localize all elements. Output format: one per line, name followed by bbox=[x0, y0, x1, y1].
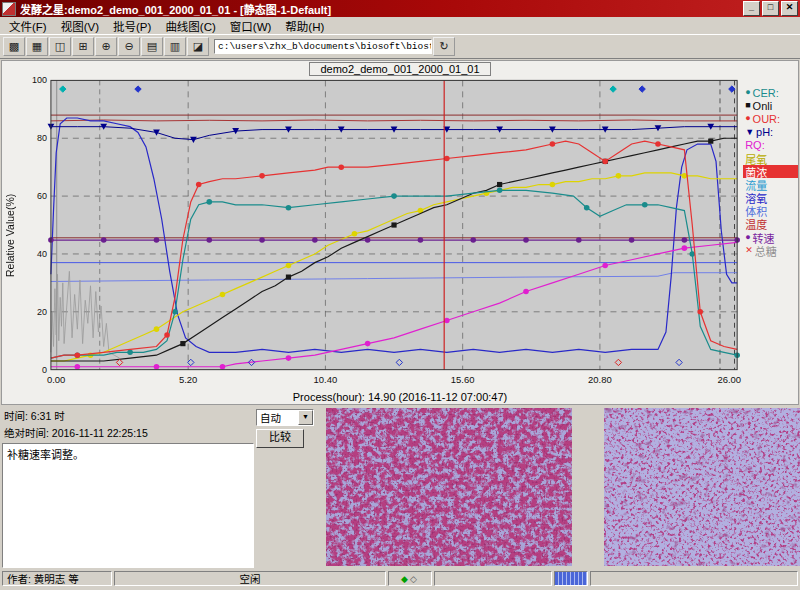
toolbar: ▩▦◫⊞⊕⊖▤▥◪ c:\users\zhx_b\documents\bioso… bbox=[0, 35, 800, 59]
app-icon bbox=[2, 2, 16, 16]
maximize-button[interactable]: □ bbox=[762, 1, 779, 16]
image-gap bbox=[572, 407, 604, 570]
svg-text:5.20: 5.20 bbox=[179, 374, 197, 385]
legend-label: RQ: bbox=[745, 139, 765, 151]
sample-time: 时间: 6:31 时 bbox=[0, 407, 256, 424]
status-bar: 作者: 黄明志 等 空闲 ◆◇ bbox=[0, 570, 800, 587]
menubar: 文件(F)视图(V)批号(P)曲线图(C)窗口(W)帮助(H) bbox=[0, 17, 800, 35]
menu-item-0[interactable]: 文件(F) bbox=[2, 17, 54, 35]
legend-marker-icon: ● bbox=[745, 88, 750, 97]
svg-text:20: 20 bbox=[37, 307, 47, 317]
absolute-time: 绝对时间: 2016-11-11 22:25:15 bbox=[0, 424, 256, 441]
svg-text:80: 80 bbox=[37, 133, 47, 143]
svg-text:40: 40 bbox=[37, 249, 47, 259]
svg-text:60: 60 bbox=[37, 191, 47, 201]
mode-select-value: 自动 bbox=[257, 410, 298, 425]
svg-text:100: 100 bbox=[32, 76, 47, 85]
svg-text:0.00: 0.00 bbox=[47, 374, 65, 385]
svg-text:26.00: 26.00 bbox=[717, 374, 741, 385]
y-axis-label: Relative Value(%) bbox=[2, 76, 17, 394]
zoom-out-button[interactable]: ⊖ bbox=[118, 37, 140, 56]
sample-info-panel: 时间: 6:31 时 绝对时间: 2016-11-11 22:25:15 补糖速… bbox=[0, 407, 256, 570]
toolbar-buttons: ▩▦◫⊞⊕⊖▤▥◪ bbox=[3, 37, 209, 56]
chart-title: demo2_demo_001_2000_01_01 bbox=[309, 62, 490, 76]
microscopy-image-1 bbox=[326, 408, 572, 566]
statusbar-tail bbox=[590, 571, 798, 586]
zoom-in-button[interactable]: ⊕ bbox=[95, 37, 117, 56]
microscopy-image-2 bbox=[604, 408, 800, 566]
chart-canvas[interactable]: 0204060801000.005.2010.4015.6020.8026.00 bbox=[17, 76, 743, 394]
statusbar-icons: ◆◇ bbox=[388, 571, 432, 586]
menu-item-5[interactable]: 帮助(H) bbox=[278, 17, 331, 35]
remark-textbox[interactable]: 补糖速率调整。 bbox=[2, 443, 254, 568]
legend-marker-icon: ■ bbox=[745, 101, 750, 110]
legend-marker-icon: ● bbox=[745, 114, 750, 123]
svg-text:20.80: 20.80 bbox=[588, 374, 612, 385]
legend-marker-icon: ✕ bbox=[745, 246, 753, 255]
bottom-panel: 时间: 6:31 时 绝对时间: 2016-11-11 22:25:15 补糖速… bbox=[0, 405, 800, 570]
image-controls: 自动 ▼ 比较 bbox=[256, 407, 326, 570]
legend-marker-icon: ▼ bbox=[745, 128, 754, 137]
legend-item-1[interactable]: ■Onli bbox=[743, 99, 798, 112]
legend-label: pH: bbox=[756, 126, 773, 138]
chevron-down-icon[interactable]: ▼ bbox=[298, 410, 313, 425]
report-button[interactable]: ▤ bbox=[141, 37, 163, 56]
scroll-grip[interactable] bbox=[554, 571, 588, 586]
close-button[interactable]: ✕ bbox=[781, 1, 798, 16]
menu-item-4[interactable]: 窗口(W) bbox=[223, 17, 279, 35]
legend-item-3[interactable]: ▼pH: bbox=[743, 126, 798, 139]
barcode-button[interactable]: ▥ bbox=[164, 37, 186, 56]
mode-select[interactable]: 自动 ▼ bbox=[256, 409, 314, 426]
legend-label: CER: bbox=[753, 87, 779, 99]
compare-button[interactable]: 比较 bbox=[256, 429, 304, 448]
legend-marker-icon: ● bbox=[745, 233, 750, 242]
cascade-windows-button[interactable]: ⊞ bbox=[72, 37, 94, 56]
chart-panel: demo2_demo_001_2000_01_01 Relative Value… bbox=[1, 60, 799, 405]
author-label: 作者: 黄明志 等 bbox=[2, 571, 112, 586]
legend-item-2[interactable]: ●OUR: bbox=[743, 112, 798, 125]
menu-item-3[interactable]: 曲线图(C) bbox=[158, 17, 222, 35]
minimize-button[interactable]: _ bbox=[743, 1, 760, 16]
menu-item-1[interactable]: 视图(V) bbox=[54, 17, 106, 35]
legend-label: 总糖 bbox=[755, 243, 777, 259]
palette-button[interactable]: ◪ bbox=[187, 37, 209, 56]
svg-text:10.40: 10.40 bbox=[314, 374, 338, 385]
window-title: 发酵之星:demo2_demo_001_2000_01_01 - [静态图-1-… bbox=[20, 1, 741, 17]
file-path-input[interactable]: c:\users\zhx_b\documents\biosoft\biostar… bbox=[214, 39, 432, 54]
menu-item-2[interactable]: 批号(P) bbox=[106, 17, 158, 35]
statusbar-spacer bbox=[434, 571, 552, 586]
legend-label: Onli bbox=[753, 100, 773, 112]
chart-legend: ●CER:■Onli●OUR:▼pH:RQ:尾氧菌浓流量溶氧体积温度●转速✕总糖 bbox=[743, 76, 798, 394]
diamond-filled-icon: ◆ bbox=[401, 574, 408, 584]
load-file-button[interactable]: ↻ bbox=[433, 37, 455, 56]
svg-text:15.60: 15.60 bbox=[451, 374, 475, 385]
open-button[interactable]: ▩ bbox=[3, 37, 25, 56]
tile-windows-button[interactable]: ◫ bbox=[49, 37, 71, 56]
legend-label: OUR: bbox=[753, 113, 781, 125]
save-button[interactable]: ▦ bbox=[26, 37, 48, 56]
status-label: 空闲 bbox=[114, 571, 386, 586]
legend-item-12[interactable]: ✕总糖 bbox=[743, 244, 798, 257]
diamond-outline-icon: ◇ bbox=[410, 574, 417, 584]
legend-item-0[interactable]: ●CER: bbox=[743, 86, 798, 99]
title-bar: 发酵之星:demo2_demo_001_2000_01_01 - [静态图-1-… bbox=[0, 0, 800, 17]
